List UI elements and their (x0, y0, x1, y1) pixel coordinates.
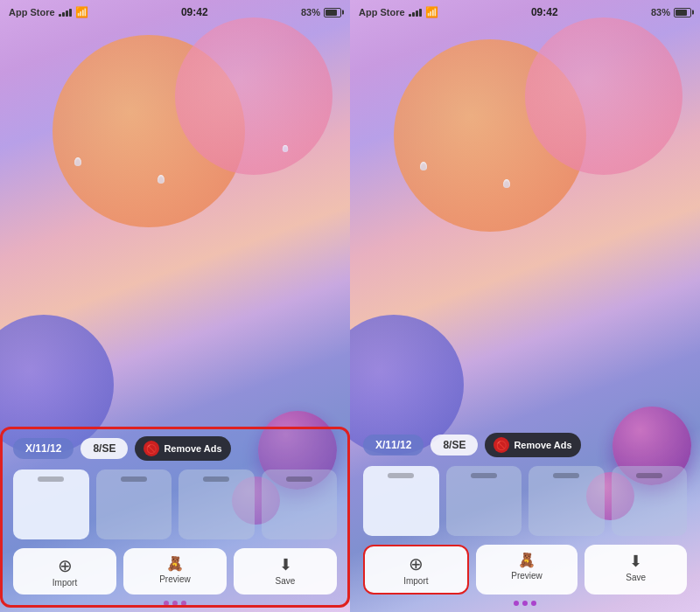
save-button-left[interactable]: ⬇ Save (234, 548, 337, 595)
remove-ads-button-right[interactable]: 🚫 Remove Ads (485, 433, 580, 457)
preview-icon-left: 🧸 (166, 557, 184, 571)
status-right-left: 83% (301, 7, 341, 17)
status-bar-left: App Store 📶 09:42 83% (0, 0, 350, 24)
preview-button-left[interactable]: 🧸 Preview (123, 548, 227, 595)
remove-ads-icon-left: 🚫 (144, 441, 159, 456)
water-drop-r1 (420, 162, 427, 170)
battery-icon-right (674, 8, 691, 17)
water-drop-1 (74, 157, 81, 166)
bottom-panel-right: X/11/12 8/SE 🚫 Remove Ads (350, 424, 700, 608)
phone-screen-left: App Store 📶 09:42 83% (0, 0, 350, 612)
time-left: 09:42 (181, 6, 208, 18)
save-icon-right: ⬇ (629, 553, 642, 569)
save-button-right[interactable]: ⬇ Save (584, 545, 687, 595)
model-pill-8se-left[interactable]: 8/SE (80, 438, 128, 459)
water-drop-3 (283, 145, 288, 152)
battery-fill-right (676, 10, 687, 16)
remove-ads-icon-right: 🚫 (494, 437, 509, 453)
action-buttons-right: ⊕ Import 🧸 Preview ⬇ Save (363, 545, 687, 595)
model-pill-x11-right[interactable]: X/11/12 (363, 435, 424, 456)
water-drop-2 (158, 175, 164, 184)
thumbnails-row-left (13, 469, 337, 539)
preview-icon-right: 🧸 (518, 553, 536, 567)
thumbnail-1-left[interactable] (13, 469, 89, 539)
wifi-icon-left: 📶 (75, 6, 88, 18)
model-selector-left: X/11/12 8/SE 🚫 Remove Ads (13, 436, 337, 461)
carrier-label-left: App Store (9, 7, 55, 17)
import-button-left[interactable]: ⊕ Import (13, 548, 116, 595)
battery-percent-left: 83% (301, 7, 320, 17)
bottom-panel-left: X/11/12 8/SE 🚫 Remove Ads (0, 427, 350, 608)
water-drop-r2 (503, 179, 510, 188)
rbar1 (409, 14, 411, 17)
rbar3 (416, 10, 418, 17)
bar4 (69, 9, 72, 17)
import-icon-right: ⊕ (409, 555, 424, 573)
thumbnail-4-right[interactable] (612, 466, 688, 536)
thumbnail-3-right[interactable] (528, 466, 605, 536)
rbar4 (419, 9, 422, 17)
preview-button-right[interactable]: 🧸 Preview (476, 545, 578, 595)
screens-container: App Store 📶 09:42 83% (0, 0, 700, 612)
thumbnail-2-left[interactable] (96, 469, 172, 539)
blob-pink-right (525, 17, 682, 175)
model-pill-x11-left[interactable]: X/11/12 (13, 438, 74, 459)
status-right-right: 83% (651, 7, 691, 17)
battery-fill-left (326, 10, 337, 16)
bar1 (59, 14, 61, 17)
status-bar-right: App Store 📶 09:42 83% (350, 0, 700, 24)
thumbnail-1-right[interactable] (363, 466, 439, 536)
status-left-right: App Store 📶 (359, 6, 438, 18)
rbar2 (412, 12, 415, 17)
carrier-label-right: App Store (359, 7, 405, 17)
model-selector-right: X/11/12 8/SE 🚫 Remove Ads (363, 433, 687, 457)
bar2 (62, 12, 65, 17)
save-icon-left: ⬇ (279, 557, 292, 573)
time-right: 09:42 (531, 6, 558, 18)
thumbnail-4-left[interactable] (262, 469, 338, 539)
blob-pink-left (175, 17, 332, 175)
action-buttons-left: ⊕ Import 🧸 Preview ⬇ Save (13, 548, 337, 595)
signal-bars-left (59, 9, 72, 17)
bar3 (66, 10, 68, 17)
import-button-right[interactable]: ⊕ Import (363, 545, 469, 595)
thumbnail-2-right[interactable] (446, 466, 522, 536)
wifi-icon-right: 📶 (425, 6, 438, 18)
battery-icon-left (324, 8, 341, 17)
remove-ads-button-left[interactable]: 🚫 Remove Ads (135, 436, 230, 461)
thumbnails-row-right (363, 466, 687, 536)
battery-percent-right: 83% (651, 7, 670, 17)
status-left-left: App Store 📶 (9, 6, 88, 18)
import-icon-left: ⊕ (58, 557, 73, 574)
signal-bars-right (409, 9, 422, 17)
thumbnail-3-left[interactable] (178, 469, 255, 539)
phone-screen-right: App Store 📶 09:42 83% (350, 0, 700, 612)
model-pill-8se-right[interactable]: 8/SE (430, 435, 478, 456)
